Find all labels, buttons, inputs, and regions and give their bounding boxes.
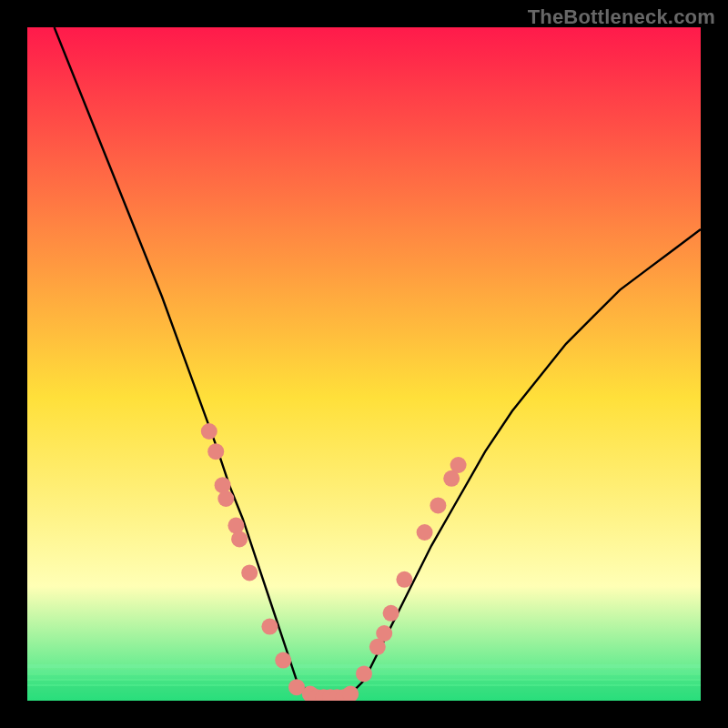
- sample-dot: [450, 457, 467, 473]
- sample-dot: [376, 625, 392, 642]
- sample-dot: [417, 524, 433, 541]
- sample-dot: [396, 571, 412, 588]
- sample-dot: [241, 564, 258, 581]
- chart-plot-area: [27, 27, 701, 701]
- chart-frame: TheBottleneck.com: [0, 0, 728, 728]
- sample-dot: [430, 497, 446, 513]
- sample-dot: [231, 531, 248, 547]
- sample-dot: [217, 490, 234, 507]
- sample-dot: [207, 443, 224, 460]
- sample-dot: [356, 665, 372, 682]
- sample-dot: [275, 652, 291, 669]
- chart-svg: [27, 27, 701, 701]
- gradient-background: [27, 27, 701, 701]
- watermark-text: TheBottleneck.com: [528, 5, 715, 29]
- sample-dot: [261, 619, 278, 635]
- sample-dot: [383, 605, 399, 622]
- svg-rect-4: [27, 686, 701, 701]
- sample-dot: [201, 423, 217, 440]
